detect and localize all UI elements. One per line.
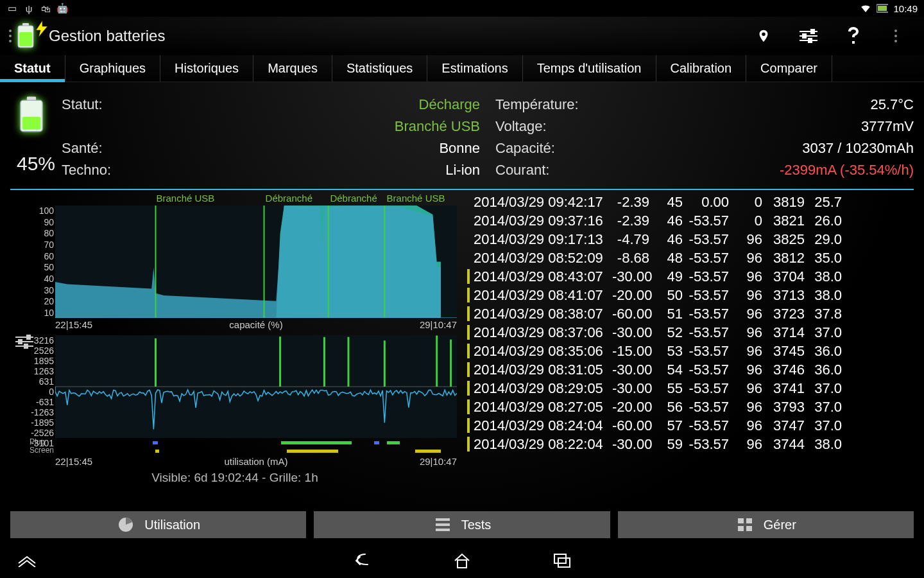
content-area: 45% Statut:Décharge Température:25.7°C B… xyxy=(0,82,924,546)
tab-historiques[interactable]: Historiques xyxy=(160,55,253,82)
divider xyxy=(10,189,914,190)
techno-value: Li-ion xyxy=(445,162,480,179)
app-battery-icon xyxy=(17,23,42,49)
utilisation-label: Utilisation xyxy=(144,518,200,532)
cap-label: Capacité: xyxy=(495,140,555,157)
clock: 10:49 xyxy=(893,3,918,14)
svg-rect-26 xyxy=(19,340,22,344)
list-icon xyxy=(433,518,452,531)
nav-back-icon[interactable] xyxy=(350,549,373,572)
chart-event-label: Débranché xyxy=(330,193,377,204)
svg-rect-48 xyxy=(738,518,744,523)
android-nav-bar xyxy=(0,543,924,578)
android-icon: 🤖 xyxy=(56,3,68,14)
temp-value: 25.7°C xyxy=(870,96,914,113)
tab-statistiques[interactable]: Statistiques xyxy=(332,55,427,82)
svg-rect-50 xyxy=(738,526,744,531)
history-row[interactable]: 2014/03/29 08:37:06-30.0052-53.579637143… xyxy=(474,323,914,342)
usage-chart[interactable]: 32162526189512636310-631-1263-1895-2526-… xyxy=(55,335,457,438)
nav-app-switcher-icon[interactable] xyxy=(15,549,38,572)
chart1-xleft: 22|15:45 xyxy=(55,319,92,330)
svg-rect-43 xyxy=(155,450,159,453)
shop-icon: 🛍 xyxy=(40,3,51,14)
history-row[interactable]: 2014/03/29 08:35:06-15.0053-53.579637453… xyxy=(474,342,914,360)
help-icon[interactable] xyxy=(841,23,866,49)
gerer-button[interactable]: Gérer xyxy=(618,511,914,538)
menu-dots-left[interactable] xyxy=(9,30,12,42)
overflow-menu-icon[interactable] xyxy=(886,23,911,49)
tab-bar: StatutGraphiquesHistoriquesMarquesStatis… xyxy=(0,55,924,82)
history-row[interactable]: 2014/03/29 08:24:04-60.0057-53.579637473… xyxy=(474,416,914,435)
app-header: Gestion batteries xyxy=(0,17,924,55)
tab-comparer[interactable]: Comparer xyxy=(746,55,832,82)
chart-event-label: Débranché xyxy=(266,193,312,204)
charts-column[interactable]: Branché USBDébranchéDébranchéBranché USB… xyxy=(10,193,459,485)
svg-rect-41 xyxy=(287,450,338,453)
svg-rect-52 xyxy=(458,560,466,568)
svg-rect-42 xyxy=(415,450,441,453)
history-row[interactable]: 2014/03/29 08:38:07-60.0051-53.579637233… xyxy=(474,304,914,323)
svg-rect-51 xyxy=(746,526,752,531)
history-row[interactable]: 2014/03/29 09:37:16-2.3946-53.570382126.… xyxy=(474,211,914,230)
tests-label: Tests xyxy=(461,518,492,532)
history-row[interactable]: 2014/03/29 09:42:17-2.39450.000381925.7 xyxy=(474,193,914,211)
history-table[interactable]: 2014/03/29 09:42:17-2.39450.000381925.72… xyxy=(459,193,914,485)
chart1-xright: 29|10:47 xyxy=(420,319,457,330)
svg-rect-37 xyxy=(281,441,352,444)
tab-calibration[interactable]: Calibration xyxy=(656,55,747,82)
chart2-xright: 29|10:47 xyxy=(420,456,457,467)
statut-value: Décharge xyxy=(419,96,480,113)
svg-rect-12 xyxy=(809,39,812,42)
sante-value: Bonne xyxy=(439,140,480,157)
tests-button[interactable]: Tests xyxy=(314,511,610,538)
tab-temps-d-utilisation[interactable]: Temps d'utilisation xyxy=(523,55,656,82)
history-row[interactable]: 2014/03/29 08:27:05-20.0056-53.579637933… xyxy=(474,398,914,416)
svg-rect-3 xyxy=(22,23,29,26)
history-row[interactable]: 2014/03/29 08:52:09-8.6848-53.5796381235… xyxy=(474,249,914,267)
history-row[interactable]: 2014/03/29 08:31:05-30.0054-53.579637463… xyxy=(474,360,914,379)
svg-rect-47 xyxy=(436,529,450,531)
location-icon[interactable] xyxy=(751,23,776,49)
svg-rect-49 xyxy=(746,518,752,523)
gallery-icon: ▭ xyxy=(6,3,18,14)
svg-rect-38 xyxy=(387,441,400,444)
cur-value: -2399mA (-35.54%/h) xyxy=(780,162,914,179)
app-title: Gestion batteries xyxy=(49,27,165,45)
sliders-icon[interactable] xyxy=(796,23,821,49)
nav-home-icon[interactable] xyxy=(450,549,474,572)
pie-icon xyxy=(116,516,135,533)
history-row[interactable]: 2014/03/29 08:41:07-20.0050-53.579637133… xyxy=(474,286,914,304)
tab-statut[interactable]: Statut xyxy=(0,55,65,82)
nav-recents-icon[interactable] xyxy=(551,549,574,572)
svg-rect-45 xyxy=(436,518,450,521)
cur-label: Courant: xyxy=(495,162,549,179)
history-row[interactable]: 2014/03/29 09:17:13-4.7946-53.5796382529… xyxy=(474,230,914,249)
svg-rect-11 xyxy=(803,34,806,38)
gerer-label: Gérer xyxy=(764,518,796,532)
chart-event-label: Branché USB xyxy=(157,193,215,204)
svg-rect-46 xyxy=(436,523,450,526)
usb-icon: ψ xyxy=(23,3,35,14)
grid-icon xyxy=(735,518,755,531)
history-row[interactable]: 2014/03/29 08:29:05-30.0055-53.579637413… xyxy=(474,379,914,398)
svg-rect-15 xyxy=(22,117,41,130)
history-row[interactable]: 2014/03/29 08:43:07-30.0049-53.579637043… xyxy=(474,267,914,286)
svg-rect-10 xyxy=(811,30,814,33)
wifi-icon xyxy=(860,3,871,14)
tab-estimations[interactable]: Estimations xyxy=(427,55,522,82)
svg-rect-40 xyxy=(374,441,379,444)
cap-value: 3037 / 10230mAh xyxy=(802,140,914,157)
utilisation-button[interactable]: Utilisation xyxy=(10,511,306,538)
statut-sub: Branché USB xyxy=(395,118,480,135)
tab-graphiques[interactable]: Graphiques xyxy=(65,55,160,82)
visible-range-text: Visible: 6d 19:02:44 - Grille: 1h xyxy=(10,471,459,485)
capacity-chart[interactable]: 100908070605040302010 xyxy=(55,206,457,318)
battery-status-icon xyxy=(877,3,888,14)
tab-marques[interactable]: Marques xyxy=(253,55,332,82)
svg-marker-6 xyxy=(36,21,47,37)
history-row[interactable]: 2014/03/29 08:22:04-30.0059-53.579637443… xyxy=(474,435,914,453)
svg-rect-39 xyxy=(153,441,158,444)
chart2-title: utilisation (mA) xyxy=(224,456,287,467)
volt-value: 3777mV xyxy=(861,118,914,135)
chart1-title: capacité (%) xyxy=(229,319,282,330)
